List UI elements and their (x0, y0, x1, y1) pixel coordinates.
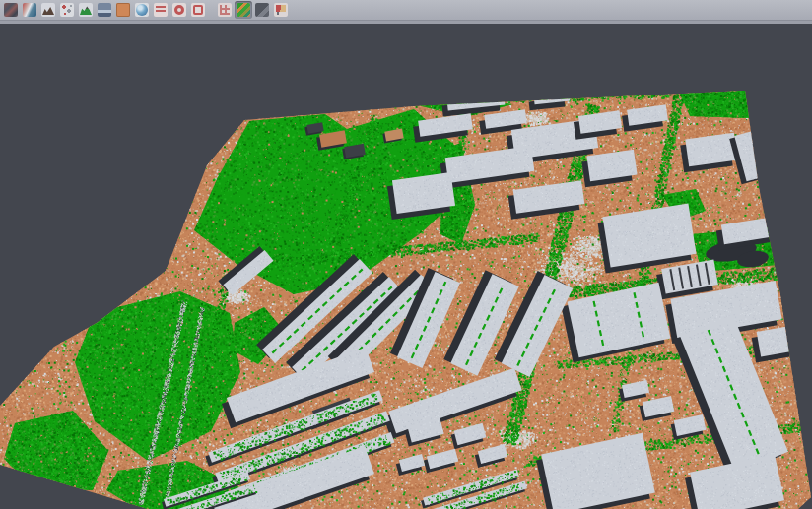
register-align-icon (23, 3, 36, 17)
target-ring-icon (172, 3, 186, 17)
main-toolbar (0, 0, 812, 20)
raster-grid-icon-button[interactable] (216, 1, 234, 19)
mesh-dark-icon-button[interactable] (253, 1, 271, 19)
extent-brackets-icon (191, 3, 205, 17)
globe-icon-button[interactable] (133, 1, 151, 19)
dtm-hill-icon-button[interactable] (39, 1, 57, 19)
toolbar-gap (207, 1, 215, 19)
point-cloud-canvas[interactable] (0, 24, 812, 509)
target-ring-icon-button[interactable] (170, 1, 188, 19)
register-align-icon-button[interactable] (21, 1, 38, 19)
orthophoto-icon (116, 3, 130, 17)
section-profile-icon (98, 3, 111, 17)
terrain-green-icon (79, 3, 93, 17)
section-profile-icon-button[interactable] (96, 1, 113, 19)
report-flag-icon (274, 3, 288, 17)
classification-colors-icon (237, 3, 250, 17)
raster-grid-icon (218, 3, 232, 17)
sparse-points-icon-button[interactable] (58, 1, 76, 19)
orthophoto-icon-button[interactable] (114, 1, 132, 19)
class-list-icon-button[interactable] (152, 1, 169, 19)
extent-brackets-icon-button[interactable] (189, 1, 207, 19)
class-list-icon (154, 3, 168, 17)
globe-icon (135, 3, 149, 17)
classification-colors-icon-button[interactable] (235, 1, 252, 19)
dataset-mix-icon (4, 3, 18, 17)
report-flag-icon-button[interactable] (272, 1, 290, 19)
application-window (0, 0, 812, 509)
dtm-hill-icon (41, 3, 55, 17)
terrain-green-icon-button[interactable] (77, 1, 95, 19)
viewport-3d[interactable] (0, 24, 812, 509)
dataset-mix-icon-button[interactable] (2, 1, 20, 19)
mesh-dark-icon (255, 3, 269, 17)
sparse-points-icon (60, 3, 74, 17)
